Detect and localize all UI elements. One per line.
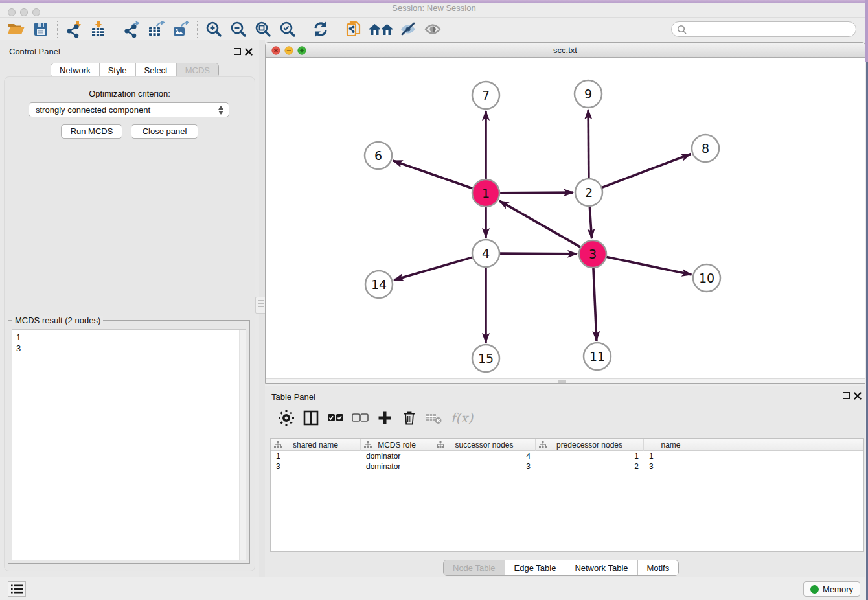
tab-select[interactable]: Select: [136, 63, 177, 77]
graph-node-2[interactable]: 2: [575, 179, 602, 206]
node-table[interactable]: shared nameMCDS rolesuccessor nodesprede…: [270, 438, 864, 552]
export-network-icon[interactable]: [120, 19, 143, 39]
cell-shared-name[interactable]: 3: [271, 461, 361, 472]
tab-node-table[interactable]: Node Table: [444, 560, 505, 575]
cell-mcds-role[interactable]: dominator: [361, 451, 433, 461]
graph-node-label: 8: [702, 141, 709, 156]
table-row[interactable]: 3dominator323: [271, 461, 863, 472]
unselect-all-columns-icon[interactable]: [350, 408, 370, 428]
import-table-icon[interactable]: [87, 19, 109, 39]
mcds-result-groupbox: MCDS result (2 nodes) 1 3: [8, 320, 250, 564]
memory-label: Memory: [823, 584, 853, 594]
graph-node-1[interactable]: 1: [472, 179, 499, 207]
cell-name[interactable]: 1: [644, 451, 698, 461]
graph-edge-2-9[interactable]: [588, 110, 589, 179]
run-mcds-button[interactable]: Run MCDS: [61, 124, 122, 139]
tab-network-table[interactable]: Network Table: [565, 560, 637, 575]
graph-node-label: 4: [482, 246, 490, 260]
zoom-selected-icon[interactable]: [277, 19, 299, 39]
hide-selected-icon[interactable]: [397, 19, 419, 39]
network-hscrollbar[interactable]: [266, 378, 865, 383]
criterion-select[interactable]: strongly connected component: [29, 102, 229, 117]
network-view-window: scc.txt 7968124314101511: [265, 42, 865, 384]
zoom-in-icon[interactable]: [203, 19, 225, 39]
network-canvas[interactable]: 7968124314101511: [266, 58, 865, 380]
column-header-mcds-role[interactable]: MCDS role: [361, 439, 433, 451]
delete-table-icon[interactable]: [424, 408, 444, 428]
table-panel: Table Panel f(x) shared nameMCDS rolesuc…: [265, 386, 865, 577]
show-all-icon[interactable]: [422, 19, 444, 39]
cell-shared-name[interactable]: 1: [271, 451, 361, 461]
column-header-name[interactable]: name: [644, 439, 698, 451]
clone-network-icon[interactable]: [343, 19, 365, 39]
column-header-successor-nodes[interactable]: successor nodes: [433, 439, 536, 451]
import-network-icon[interactable]: [63, 19, 85, 39]
graph-node-3[interactable]: 3: [579, 240, 606, 268]
result-scrollbar[interactable]: [239, 330, 246, 560]
table-row[interactable]: 1dominator411: [271, 451, 863, 461]
cell-name[interactable]: 3: [644, 461, 698, 472]
search-field[interactable]: [671, 21, 856, 37]
tab-edge-table[interactable]: Edge Table: [505, 560, 566, 575]
graph-node-9[interactable]: 9: [575, 80, 602, 108]
tab-motifs[interactable]: Motifs: [638, 560, 679, 575]
graph-edge-3-1[interactable]: [499, 201, 581, 248]
column-header-shared-name[interactable]: shared name: [271, 439, 361, 451]
refresh-icon[interactable]: [310, 19, 332, 39]
graph-edge-2-3[interactable]: [589, 206, 591, 238]
cell-successor-nodes[interactable]: 3: [433, 461, 536, 472]
zoom-fit-icon[interactable]: [252, 19, 274, 39]
graph-edge-3-11[interactable]: [593, 268, 597, 341]
tab-network[interactable]: Network: [51, 63, 100, 77]
tab-style[interactable]: Style: [100, 63, 136, 77]
export-table-icon[interactable]: [145, 19, 167, 39]
column-header-predecessor-nodes[interactable]: predecessor nodes: [536, 439, 644, 451]
graph-node-11[interactable]: 11: [584, 343, 611, 370]
zoom-out-icon[interactable]: [227, 19, 249, 39]
toolbar-separator: [197, 21, 198, 38]
graph-edge-1-6[interactable]: [393, 161, 474, 189]
memory-button[interactable]: Memory: [803, 581, 860, 597]
graph-edge-4-3[interactable]: [499, 253, 577, 254]
open-session-icon[interactable]: [5, 19, 27, 39]
settings-gear-icon[interactable]: [277, 408, 296, 428]
network-hscroll-thumb[interactable]: [558, 380, 566, 383]
graph-node-15[interactable]: 15: [472, 345, 499, 372]
cell-mcds-role[interactable]: dominator: [361, 461, 433, 472]
close-panel-button[interactable]: Close panel: [131, 124, 198, 139]
mcds-result-textarea[interactable]: 1 3: [12, 329, 246, 560]
control-panel-float-button[interactable]: [234, 48, 241, 55]
cell-predecessor-nodes[interactable]: 2: [536, 461, 644, 472]
delete-columns-icon[interactable]: [400, 408, 419, 428]
control-panel-close-icon[interactable]: [245, 48, 253, 56]
table-panel-float-button[interactable]: [843, 392, 850, 399]
network-view-titlebar[interactable]: scc.txt: [266, 43, 865, 58]
task-history-button[interactable]: [8, 581, 26, 597]
graph-node-7[interactable]: 7: [472, 82, 499, 109]
cell-successor-nodes[interactable]: 4: [433, 451, 536, 461]
add-column-icon[interactable]: [375, 408, 394, 428]
graph-node-4[interactable]: 4: [472, 240, 499, 267]
table-panel-close-icon[interactable]: [854, 392, 862, 400]
graph-node-label: 7: [482, 88, 490, 102]
search-input[interactable]: [690, 23, 852, 36]
tab-mcds[interactable]: MCDS: [177, 63, 218, 77]
graph-node-8[interactable]: 8: [692, 135, 719, 162]
toolbar-separator: [115, 21, 115, 38]
graph-edge-2-8[interactable]: [602, 154, 691, 187]
export-image-icon[interactable]: [170, 19, 192, 39]
graph-edge-1-2[interactable]: [499, 192, 573, 193]
function-builder-icon[interactable]: f(x): [449, 408, 475, 428]
select-all-columns-icon[interactable]: [326, 408, 345, 428]
control-panel-title: Control Panel: [9, 47, 60, 56]
graph-node-10[interactable]: 10: [693, 264, 720, 292]
graph-node-14[interactable]: 14: [365, 271, 393, 298]
cell-predecessor-nodes[interactable]: 1: [536, 451, 644, 461]
save-session-icon[interactable]: [30, 19, 52, 39]
panel-splitter[interactable]: [259, 40, 265, 577]
first-neighbors-icon[interactable]: [367, 19, 394, 39]
graph-edge-4-14[interactable]: [394, 257, 473, 280]
split-columns-icon[interactable]: [301, 408, 321, 428]
graph-node-6[interactable]: 6: [365, 142, 392, 169]
graph-edge-3-10[interactable]: [606, 257, 692, 275]
